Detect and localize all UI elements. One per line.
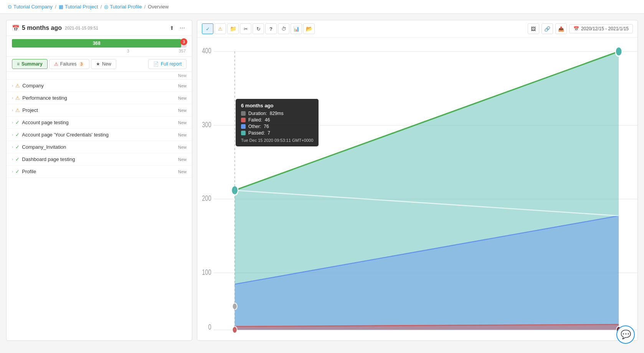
toolbar-warning-button[interactable]: ⚠ <box>215 23 226 34</box>
success-icon-7: ✓ <box>15 169 20 174</box>
toolbar-folder2-button[interactable]: 📂 <box>303 23 315 34</box>
date-range-button[interactable]: 📅 2020/12/15 - 2021/1/15 <box>569 24 633 33</box>
export-button[interactable]: 📤 <box>555 23 567 34</box>
list-item[interactable]: › ✓ Dashboard page testing New <box>7 153 192 166</box>
upload-button[interactable]: ⬆ <box>168 24 176 32</box>
progress-fill: 368 <box>12 39 181 48</box>
time-ago: 📅 5 months ago <box>12 25 62 32</box>
item-name-1: Performance testing <box>22 95 176 101</box>
svg-text:100: 100 <box>202 268 211 276</box>
expand-arrow[interactable]: › <box>12 169 13 174</box>
right-panel: ✓ ⚠ 📁 ✂ ↻ ? ⏱ 📊 📂 🖼 🔗 📤 📅 2020/12/15 - 2… <box>197 20 638 341</box>
items-list: › ⚠ Company New › ⚠ Performance testing … <box>7 80 192 340</box>
item-badge-0: New <box>178 84 187 88</box>
breadcrumb-sep-2: / <box>101 4 102 10</box>
panel-actions: ⬆ ⋯ <box>168 24 187 32</box>
expand-arrow[interactable]: › <box>12 108 13 112</box>
success-icon-4: ✓ <box>15 132 20 138</box>
expand-arrow[interactable]: › <box>12 96 13 100</box>
image-button[interactable]: 🖼 <box>528 23 539 34</box>
toolbar-help-button[interactable]: ? <box>265 23 277 34</box>
expand-arrow[interactable]: › <box>12 157 13 161</box>
expand-arrow[interactable]: › <box>12 133 13 137</box>
svg-text:200: 200 <box>202 194 211 203</box>
breadcrumb-overview: Overview <box>148 4 168 10</box>
toolbar-chart-button[interactable]: 📊 <box>291 23 302 34</box>
list-column-header: New <box>7 72 192 80</box>
list-icon: ≡ <box>17 61 20 67</box>
chat-icon: 💬 <box>621 330 631 340</box>
breadcrumb-company[interactable]: ⊙ Tutorial Company <box>8 4 53 10</box>
full-report-button[interactable]: 📄 Full report <box>148 59 187 69</box>
item-name-4: Account page 'Your Credentials' testing <box>22 132 176 138</box>
toolbar-folder-button[interactable]: 📁 <box>227 23 239 34</box>
time-info: 📅 5 months ago 2021-01-15 09:51 <box>12 25 98 32</box>
item-name-3: Account page testing <box>22 120 176 125</box>
expand-arrow[interactable]: › <box>12 120 13 125</box>
svg-text:400: 400 <box>202 46 211 55</box>
main-content: 📅 5 months ago 2021-01-15 09:51 ⬆ ⋯ 368 … <box>0 14 644 347</box>
progress-section: 368 3 3 357 <box>7 36 192 57</box>
toolbar-share-button[interactable]: ↻ <box>253 23 264 34</box>
warning-icon-0: ⚠ <box>15 83 20 89</box>
list-item[interactable]: › ✓ Account page 'Your Credentials' test… <box>7 129 192 141</box>
toolbar-clock-button[interactable]: ⏱ <box>278 23 289 34</box>
calendar-icon-chart: 📅 <box>573 26 579 31</box>
chart-svg: 400 300 200 100 0 <box>197 41 637 337</box>
passed-count-small: 357 <box>179 49 186 53</box>
item-name-5: Company_Invitation <box>22 144 176 150</box>
breadcrumb-profile[interactable]: ◎ Tutorial Profile <box>104 4 142 10</box>
left-panel: 📅 5 months ago 2021-01-15 09:51 ⬆ ⋯ 368 … <box>6 20 192 341</box>
progress-bar-container: 368 3 <box>12 39 187 48</box>
tabs-row: ≡ Summary ⚠ Failures 3 ★ New 📄 Full repo… <box>7 57 192 72</box>
tabs-left: ≡ Summary ⚠ Failures 3 ★ New <box>12 59 116 69</box>
tab-summary[interactable]: ≡ Summary <box>12 59 48 69</box>
more-button[interactable]: ⋯ <box>178 24 187 32</box>
list-item[interactable]: › ✓ Account page testing New <box>7 117 192 129</box>
success-icon-6: ✓ <box>15 156 20 162</box>
item-badge-3: New <box>178 120 187 125</box>
item-name-2: Project <box>22 107 176 113</box>
failures-count-small: 3 <box>127 49 129 53</box>
success-icon-5: ✓ <box>15 144 20 150</box>
end-dot <box>616 47 622 56</box>
tab-failures[interactable]: ⚠ Failures 3 <box>49 59 89 69</box>
breadcrumb-sep-3: / <box>144 4 146 10</box>
item-badge-2: New <box>178 108 187 113</box>
calendar-icon: 📅 <box>12 25 20 32</box>
breadcrumb-project[interactable]: ▦ Tutorial Project <box>59 4 98 10</box>
item-badge-7: New <box>178 169 187 174</box>
profile-icon: ◎ <box>104 4 108 10</box>
list-item[interactable]: › ⚠ Project New <box>7 104 192 117</box>
chat-widget[interactable]: 💬 <box>616 325 635 344</box>
svg-text:300: 300 <box>202 120 211 129</box>
item-badge-5: New <box>178 145 187 149</box>
list-item[interactable]: › ⚠ Performance testing New <box>7 92 192 104</box>
progress-label: 368 <box>93 41 101 46</box>
report-icon: 📄 <box>153 61 159 67</box>
list-item[interactable]: › ✓ Profile New <box>7 166 192 178</box>
warning-icon-1: ⚠ <box>15 95 20 101</box>
panel-header: 📅 5 months ago 2021-01-15 09:51 ⬆ ⋯ <box>7 20 192 36</box>
item-badge-1: New <box>178 96 187 100</box>
item-badge-4: New <box>178 133 187 137</box>
timestamp: 2021-01-15 09:51 <box>65 26 98 30</box>
toolbar-tools-button[interactable]: ✂ <box>240 23 251 34</box>
expand-arrow[interactable]: › <box>12 84 13 88</box>
progress-badge: 3 <box>180 38 187 45</box>
toolbar-right: 🖼 🔗 📤 📅 2020/12/15 - 2021/1/15 <box>528 23 633 34</box>
success-icon-3: ✓ <box>15 120 20 125</box>
tab-new[interactable]: ★ New <box>91 59 116 69</box>
toolbar-check-button[interactable]: ✓ <box>202 23 213 34</box>
list-item[interactable]: › ✓ Company_Invitation New <box>7 141 192 153</box>
toolbar-left: ✓ ⚠ 📁 ✂ ↻ ? ⏱ 📊 📂 <box>202 23 315 34</box>
failures-tab-badge: 3 <box>78 62 84 67</box>
list-item[interactable]: › ⚠ Company New <box>7 80 192 92</box>
svg-text:0: 0 <box>208 323 211 332</box>
breadcrumb: ⊙ Tutorial Company / ▦ Tutorial Project … <box>0 0 644 14</box>
item-name-6: Dashboard page testing <box>22 156 176 162</box>
link-button[interactable]: 🔗 <box>542 23 553 34</box>
expand-arrow[interactable]: › <box>12 145 13 149</box>
star-icon: ★ <box>96 61 100 67</box>
item-name-0: Company <box>22 83 176 89</box>
